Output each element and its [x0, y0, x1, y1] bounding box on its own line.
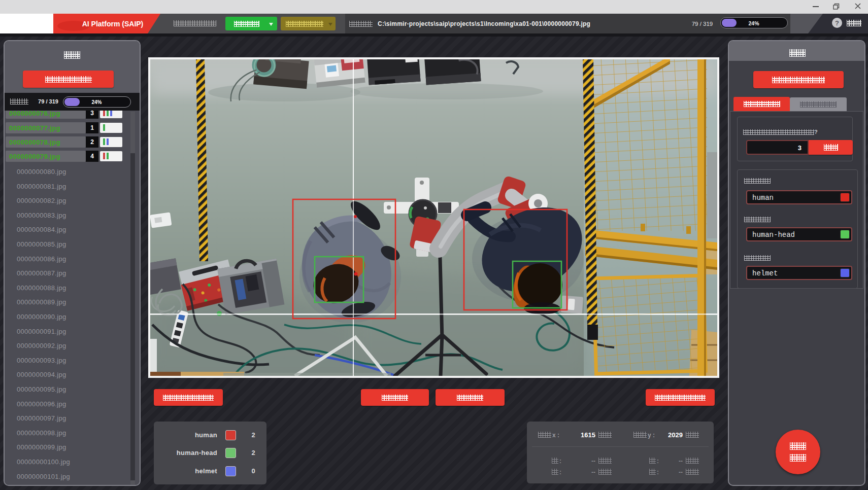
svg-text:?: ? — [835, 19, 839, 27]
